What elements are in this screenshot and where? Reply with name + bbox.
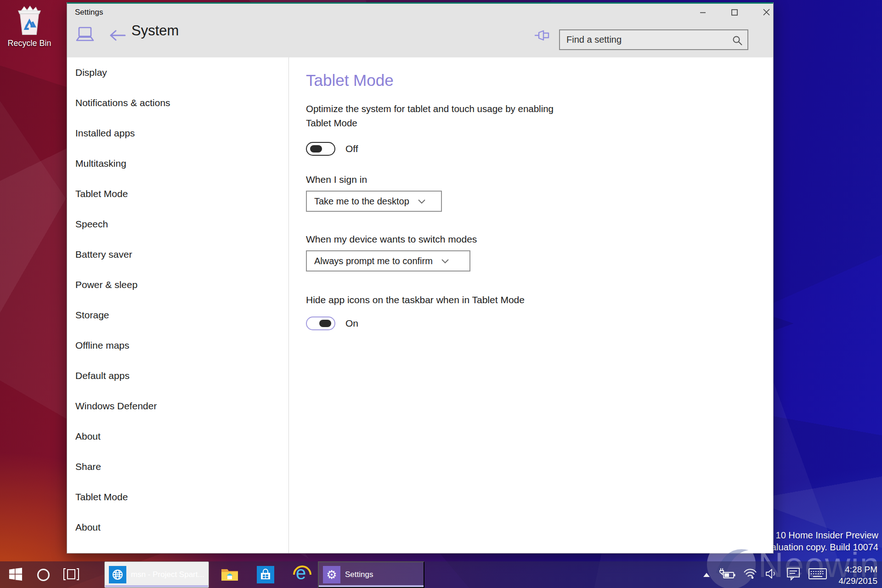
wifi-tray-button[interactable] — [743, 561, 757, 588]
tablet-mode-description: Optimize the system for tablet and touch… — [306, 102, 565, 130]
recycle-bin-shortcut[interactable]: Recycle Bin — [6, 6, 52, 48]
minimize-button[interactable] — [692, 5, 713, 21]
start-icon — [9, 567, 23, 582]
start-button[interactable] — [5, 561, 27, 588]
taskbar-settings-button[interactable]: ⚙ Settings — [318, 561, 424, 588]
action-center-tray-button[interactable] — [786, 561, 800, 588]
search-icon — [732, 35, 743, 48]
sign-in-dropdown[interactable]: Take me to the desktop — [306, 191, 442, 212]
globe-icon — [109, 566, 126, 583]
tablet-mode-pane: Tablet Mode Optimize the system for tabl… — [306, 57, 738, 330]
cortana-search-button[interactable] — [33, 561, 53, 588]
maximize-icon — [731, 9, 738, 17]
chevron-down-icon — [441, 256, 449, 266]
keyboard-icon — [808, 568, 827, 582]
sidebar-item[interactable]: Tablet Mode — [75, 482, 277, 512]
window-body: Display Notifications & actions Installe… — [67, 57, 773, 553]
store-icon — [257, 566, 274, 583]
pin-button[interactable] — [534, 29, 550, 43]
tablet-mode-toggle[interactable] — [306, 142, 335, 156]
volume-icon — [765, 568, 777, 582]
sidebar-item[interactable]: Power & sleep — [75, 270, 277, 300]
wifi-icon — [743, 568, 757, 582]
file-explorer-icon — [220, 567, 239, 583]
cortana-icon — [37, 569, 50, 581]
back-arrow-icon — [108, 36, 127, 43]
toggle-knob — [319, 320, 331, 327]
page-title: System — [131, 23, 179, 39]
settings-window: Settings System — [67, 2, 774, 554]
sidebar-item[interactable]: About — [75, 512, 277, 543]
volume-tray-button[interactable] — [765, 561, 777, 588]
battery-tray-button[interactable] — [719, 561, 736, 588]
window-controls — [682, 5, 777, 21]
clock-time: 4:28 PM — [838, 564, 877, 575]
keyboard-tray-button[interactable] — [808, 561, 827, 588]
taskbar: msn - Project Spart... — [0, 561, 882, 588]
tray-overflow-button[interactable] — [698, 561, 715, 588]
settings-sidebar: Display Notifications & actions Installe… — [75, 57, 277, 543]
sign-in-label: When I sign in — [306, 174, 738, 185]
minimize-icon — [699, 9, 707, 17]
hide-icons-label: Hide app icons on the taskbar when in Ta… — [306, 294, 738, 305]
sidebar-item[interactable]: Tablet Mode — [75, 179, 277, 209]
sidebar-divider — [288, 57, 289, 553]
search-box — [559, 29, 748, 50]
sidebar-item[interactable]: Share — [75, 452, 277, 482]
window-accent-border — [67, 2, 773, 4]
store-button[interactable] — [252, 561, 279, 588]
sidebar-item[interactable]: Installed apps — [75, 118, 277, 148]
recycle-bin-label: Recycle Bin — [6, 39, 52, 48]
close-button[interactable] — [756, 5, 777, 21]
switch-modes-dropdown[interactable]: Always prompt me to confirm — [306, 250, 470, 271]
sidebar-item[interactable]: Offline maps — [75, 330, 277, 361]
sidebar-item[interactable]: Multitasking — [75, 148, 277, 179]
running-indicator — [105, 585, 208, 587]
sign-in-dropdown-value: Take me to the desktop — [314, 196, 409, 207]
clock-date: 4/29/2015 — [838, 575, 877, 587]
recycle-bin-icon — [15, 29, 44, 37]
laptop-icon — [75, 26, 95, 45]
hide-icons-toggle-state: On — [345, 318, 358, 329]
internet-explorer-button[interactable]: e — [288, 561, 316, 588]
tray-chevron-icon — [703, 573, 710, 577]
sidebar-item[interactable]: Battery saver — [75, 239, 277, 270]
close-icon — [763, 8, 770, 17]
chevron-down-icon — [418, 196, 426, 207]
sidebar-item[interactable]: Storage — [75, 300, 277, 330]
toggle-knob — [310, 145, 322, 153]
taskbar-clock[interactable]: 4:28 PM 4/29/2015 — [838, 564, 877, 587]
sidebar-item[interactable]: Display — [75, 57, 277, 88]
msn-button-label: msn - Project Spart... — [131, 570, 204, 579]
window-title: Settings — [75, 8, 103, 17]
action-center-icon — [786, 567, 800, 582]
ie-icon: e — [292, 564, 313, 585]
hide-icons-toggle[interactable] — [306, 317, 335, 330]
task-view-button[interactable] — [61, 561, 82, 588]
taskbar-msn-button[interactable]: msn - Project Spart... — [104, 561, 209, 588]
maximize-button[interactable] — [724, 5, 745, 21]
settings-button-label: Settings — [345, 570, 373, 579]
sidebar-item[interactable]: Windows Defender — [75, 391, 277, 421]
settings-gear-icon: ⚙ — [323, 566, 340, 583]
tablet-mode-toggle-state: Off — [345, 143, 358, 154]
sidebar-item[interactable]: Default apps — [75, 361, 277, 391]
sidebar-item[interactable]: Speech — [75, 209, 277, 239]
sidebar-item[interactable]: Notifications & actions — [75, 88, 277, 118]
search-input[interactable] — [560, 30, 747, 49]
section-heading: Tablet Mode — [306, 71, 738, 90]
task-view-icon — [63, 568, 79, 582]
running-indicator — [319, 585, 424, 587]
battery-icon — [719, 567, 736, 582]
sidebar-item[interactable]: About — [75, 421, 277, 452]
switch-modes-label: When my device wants to switch modes — [306, 234, 738, 245]
pin-icon — [534, 36, 550, 43]
back-button[interactable] — [108, 29, 127, 43]
file-explorer-button[interactable] — [216, 561, 243, 588]
switch-modes-dropdown-value: Always prompt me to confirm — [314, 256, 433, 266]
